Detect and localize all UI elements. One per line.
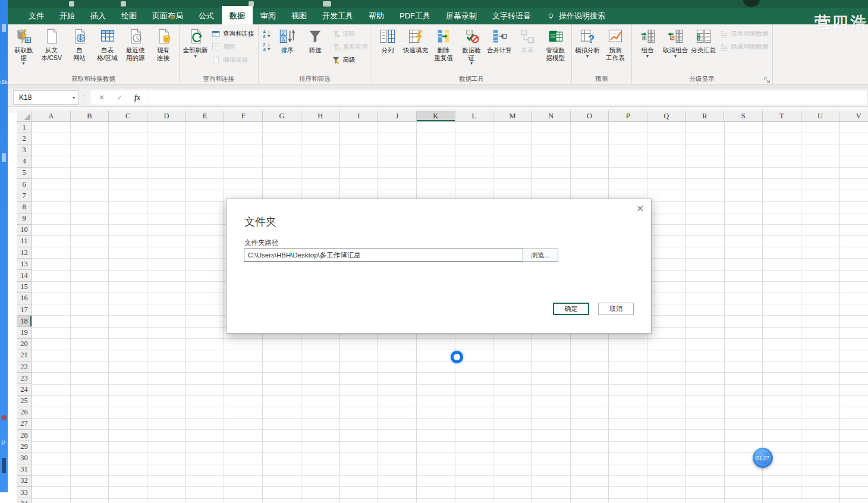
formula-input[interactable] [149, 90, 868, 105]
ribbon-tab-developer[interactable]: 开发工具 [315, 8, 361, 24]
column-header-A[interactable]: A [32, 111, 71, 121]
left-dock-strip[interactable]: iSk P [0, 0, 8, 492]
ribbon-button-data-validation[interactable]: 数据验 证▾ [458, 26, 486, 66]
formula-bar-handle[interactable]: ⋮ [79, 94, 90, 102]
row-header-6[interactable]: 6 [17, 179, 32, 190]
row-header-14[interactable]: 14 [17, 270, 32, 281]
ribbon-button-flash-fill[interactable]: 快速填充 [402, 26, 430, 54]
ribbon-button-from-text-csv[interactable]: 从文 本/CSV [37, 26, 65, 61]
ribbon-tab-page-layout[interactable]: 页面布局 [144, 8, 191, 24]
row-header-32[interactable]: 32 [17, 476, 32, 487]
ribbon-button-forecast-sheet[interactable]: 预测 工作表 [602, 26, 630, 61]
ribbon-button-consolidate[interactable]: 合并计算 [486, 26, 514, 54]
ribbon-tab-data[interactable]: 数据 [222, 6, 253, 24]
ribbon-tab-file[interactable]: 文件 [21, 8, 52, 24]
column-header-K[interactable]: K [417, 111, 455, 121]
ribbon-button-subtotal[interactable]: 分类汇总 [690, 26, 718, 54]
row-header-1[interactable]: 1 [17, 122, 32, 133]
ribbon-tab-insert[interactable]: 插入 [83, 8, 114, 24]
ribbon-button-get-data[interactable]: 获取数 据▾ [10, 26, 37, 66]
ribbon-button-sort-ascending[interactable]: AZ [260, 27, 273, 40]
row-header-27[interactable]: 27 [17, 419, 32, 430]
ribbon-tab-pdf-tools[interactable]: PDF工具 [392, 8, 438, 24]
ribbon-button-queries-connections[interactable]: 查询和连接 [209, 27, 256, 40]
ribbon-button-from-web[interactable]: 自 网站 [65, 26, 93, 61]
ribbon-tab-home[interactable]: 开始 [52, 8, 83, 24]
row-header-2[interactable]: 2 [17, 133, 32, 144]
ribbon-button-properties[interactable]: 属性 [209, 40, 256, 54]
column-header-L[interactable]: L [455, 111, 494, 121]
ribbon-tab-formulas[interactable]: 公式 [191, 8, 222, 24]
row-header-31[interactable]: 31 [17, 464, 32, 476]
browse-button[interactable]: 浏览... [523, 249, 558, 262]
row-header-8[interactable]: 8 [17, 202, 32, 213]
row-header-7[interactable]: 7 [17, 190, 32, 202]
row-header-10[interactable]: 10 [17, 225, 32, 236]
ok-button[interactable]: 确定 [553, 303, 589, 315]
column-header-Q[interactable]: Q [647, 111, 686, 121]
dialog-close-icon[interactable]: ✕ [636, 203, 644, 214]
column-header-E[interactable]: E [186, 111, 225, 121]
column-header-R[interactable]: R [686, 111, 725, 121]
row-header-25[interactable]: 25 [17, 396, 32, 407]
row-header-26[interactable]: 26 [17, 407, 32, 419]
recording-timer-bubble[interactable]: 01:07 [753, 448, 773, 468]
ribbon-tab-screen-record[interactable]: 屏幕录制 [438, 8, 485, 24]
column-header-B[interactable]: B [71, 111, 109, 121]
row-header-16[interactable]: 16 [17, 293, 32, 304]
name-box-dropdown-icon[interactable]: ▾ [73, 95, 78, 100]
row-header-23[interactable]: 23 [17, 373, 32, 384]
ribbon-button-text-to-columns[interactable]: 分列 [374, 26, 402, 54]
column-header-D[interactable]: D [147, 111, 186, 121]
ribbon-tab-review[interactable]: 审阅 [253, 8, 284, 24]
ribbon-button-hide-detail[interactable]: 隐藏明细数据 [718, 40, 770, 54]
row-header-5[interactable]: 5 [17, 168, 32, 179]
ribbon-tab-help[interactable]: 帮助 [361, 8, 392, 24]
ribbon-button-from-table-range[interactable]: 自表 格/区域 [93, 26, 121, 61]
column-header-N[interactable]: N [532, 111, 571, 121]
ribbon-button-sort[interactable]: ZA排序 [273, 26, 301, 54]
ribbon-button-filter[interactable]: 筛选 [301, 26, 329, 54]
row-header-20[interactable]: 20 [17, 339, 32, 350]
ribbon-tab-text-to-speech[interactable]: 文字转语音 [485, 8, 539, 24]
ribbon-button-refresh-all[interactable]: 全部刷新▾ [181, 26, 209, 59]
column-header-F[interactable]: F [224, 111, 263, 121]
cancel-entry-icon[interactable]: ✕ [93, 93, 111, 102]
column-header-M[interactable]: M [493, 111, 532, 121]
ribbon-button-ungroup[interactable]: 取消组合▾ [662, 26, 690, 59]
row-header-30[interactable]: 30 [17, 452, 32, 464]
column-header-G[interactable]: G [263, 111, 301, 121]
confirm-entry-icon[interactable]: ✓ [111, 93, 128, 102]
column-header-U[interactable]: U [801, 111, 840, 121]
row-header-19[interactable]: 19 [17, 327, 32, 338]
column-header-C[interactable]: C [109, 111, 147, 121]
column-header-P[interactable]: P [609, 111, 647, 121]
ribbon-button-reapply-filter[interactable]: 重新应用 [329, 40, 370, 54]
ribbon-button-existing-connections[interactable]: 现有 连接 [149, 26, 177, 61]
row-header-3[interactable]: 3 [17, 144, 32, 156]
folder-path-input[interactable] [244, 249, 524, 262]
row-header-33[interactable]: 33 [17, 487, 32, 498]
select-all-corner[interactable] [17, 111, 32, 122]
dialog-launcher-icon[interactable] [763, 76, 770, 83]
column-header-T[interactable]: T [763, 111, 801, 121]
row-header-28[interactable]: 28 [17, 430, 32, 441]
row-header-12[interactable]: 12 [17, 247, 32, 259]
undo-icon[interactable] [121, 1, 126, 7]
row-header-29[interactable]: 29 [17, 441, 32, 452]
row-header-24[interactable]: 24 [17, 384, 32, 395]
ribbon-button-remove-duplicates[interactable]: 删除 重复值 [430, 26, 458, 61]
ribbon-button-sort-descending[interactable]: ZA [260, 40, 273, 54]
row-header-11[interactable]: 11 [17, 236, 32, 247]
row-header-15[interactable]: 15 [17, 282, 32, 293]
row-header-34[interactable]: 34 [17, 498, 32, 503]
row-header-4[interactable]: 4 [17, 156, 32, 168]
ribbon-button-advanced-filter[interactable]: 高级 [329, 54, 370, 67]
tell-me-search[interactable]: 操作说明搜索 [547, 8, 605, 24]
column-header-J[interactable]: J [378, 111, 417, 121]
ribbon-button-recent-sources[interactable]: 最近使 用的源 [121, 26, 149, 61]
row-header-18[interactable]: 18 [17, 316, 32, 327]
row-header-21[interactable]: 21 [17, 350, 32, 361]
row-header-17[interactable]: 17 [17, 304, 32, 316]
ribbon-button-what-if-analysis[interactable]: ?模拟分析▾ [574, 26, 602, 59]
